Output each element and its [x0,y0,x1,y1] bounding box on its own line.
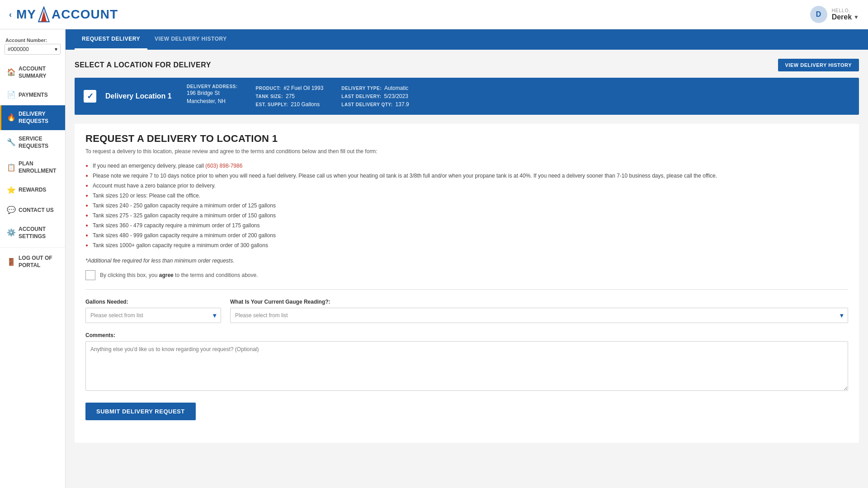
location-checkbox: ✓ [84,90,96,103]
sidebar-nav: 🏠 ACCOUNT SUMMARY 📄 PAYMENTS 🔥 DELIVERY … [0,60,65,275]
main-content: REQUEST DELIVERY VIEW DELIVERY HISTORY S… [66,29,868,488]
gauge-chevron-icon: ▾ [840,312,843,319]
header-left: ‹ MY ACCOUNT [9,6,118,23]
header-right: D HELLO, Derek ▼ [810,6,859,23]
tank-size-label: TANK SIZE: [256,94,283,99]
gauge-select[interactable]: Please select from list ▾ [230,308,848,323]
account-number-select[interactable]: #000000 ▾ [5,44,61,55]
select-location-title: SELECT A LOCATION FOR DELIVERY [75,61,211,69]
sidebar-item-payments[interactable]: 📄 PAYMENTS [0,85,65,105]
terms-item-360: Tank sizes 360 - 479 capacity require a … [85,221,848,230]
chevron-down-icon: ▼ [854,14,859,20]
gauge-label: What Is Your Current Gauge Reading?: [230,299,848,305]
comments-group: Comments: [85,332,848,391]
logout-icon: 🚪 [7,258,15,267]
sidebar-item-label: CONTACT US [19,207,54,214]
delivery-icon: 🔥 [7,113,15,122]
request-form-container: REQUEST A DELIVERY TO LOCATION 1 To requ… [75,124,859,443]
gallons-select[interactable]: Please select from list ▾ [85,308,221,323]
sidebar-item-contact-us[interactable]: 💬 CONTACT US [0,200,65,221]
last-delivery-qty-label: LAST DELIVERY QTY: [341,102,392,107]
delivery-address-group: DELIVERY ADDRESS: 196 Bridge St Manchest… [187,84,238,108]
location-name: Delivery Location 1 [105,92,178,100]
tab-view-delivery-history[interactable]: VIEW DELIVERY HISTORY [147,29,234,50]
comments-label: Comments: [85,332,848,338]
delivery-type-label: DELIVERY TYPE: [341,86,382,91]
sidebar-divider [0,247,65,248]
back-button[interactable]: ‹ [9,10,12,19]
sidebar-item-rewards[interactable]: ⭐ REWARDS [0,180,65,201]
sidebar: Account Number: #000000 ▾ 🏠 ACCOUNT SUMM… [0,29,66,488]
agree-text: By clicking this box, you agree to the t… [100,272,258,278]
terms-agree-checkbox[interactable] [85,270,95,280]
delivery-address-value: 196 Bridge St Manchester, NH [187,89,238,105]
product-label: PRODUCT: [256,86,281,91]
product-value: #2 Fuel Oil 1993 [283,84,323,92]
logo-account: ACCOUNT [52,7,118,22]
content-area: SELECT A LOCATION FOR DELIVERY VIEW DELI… [66,50,868,452]
payments-icon: 📄 [7,90,15,100]
sidebar-item-account-settings[interactable]: ⚙️ ACCOUNT SETTINGS [0,221,65,245]
logo-flame-icon [37,6,51,23]
sidebar-item-logout[interactable]: 🚪 LOG OUT OF PORTAL [0,249,65,274]
agree-row: By clicking this box, you agree to the t… [85,270,848,280]
sidebar-item-service-requests[interactable]: 🔧 SERVICE REQUESTS [0,130,65,155]
gallons-group: Gallons Needed: Please select from list … [85,299,221,323]
service-icon: 🔧 [7,138,15,147]
last-delivery-qty-value: 137.9 [396,100,409,108]
submit-delivery-request-button[interactable]: SUBMIT DELIVERY REQUEST [85,403,196,420]
request-form-title: REQUEST A DELIVERY TO LOCATION 1 [85,133,848,145]
user-menu[interactable]: HELLO, Derek ▼ [832,8,859,21]
logo-my: MY [16,7,36,22]
terms-item-480: Tank sizes 480 - 999 gallon capacity req… [85,230,848,240]
sidebar-item-delivery-requests[interactable]: 🔥 DELIVERY REQUESTS [0,105,65,130]
est-supply-value: 210 Gallons [291,100,320,108]
gallons-select-placeholder: Please select from list [90,312,143,319]
last-delivery-label: LAST DELIVERY: [341,94,381,99]
last-delivery-value: 5/23/2023 [384,92,408,100]
rewards-icon: ⭐ [7,186,15,195]
account-number-chevron-icon: ▾ [55,46,57,52]
account-number-label: Account Number: [0,34,65,44]
terms-item-120: Tank sizes 120 or less: Please call the … [85,191,848,201]
user-name-label: Derek ▼ [832,13,859,21]
phone-link[interactable]: (603) 898-7986 [205,163,242,169]
sidebar-item-label: SERVICE REQUESTS [19,136,60,150]
checkmark-icon: ✓ [87,91,94,101]
comments-textarea[interactable] [85,341,848,391]
sidebar-item-label: PAYMENTS [19,92,48,99]
plan-icon: 📋 [7,163,15,173]
location-details: DELIVERY ADDRESS: 196 Bridge St Manchest… [187,84,850,108]
tab-bar: REQUEST DELIVERY VIEW DELIVERY HISTORY [66,29,868,50]
sidebar-item-account-summary[interactable]: 🏠 ACCOUNT SUMMARY [0,60,65,85]
sidebar-item-label: ACCOUNT SUMMARY [19,66,60,80]
sidebar-item-plan-enrollment[interactable]: 📋 PLAN ENROLLMENT [0,155,65,180]
sidebar-item-label: ACCOUNT SETTINGS [19,226,60,240]
gallons-chevron-icon: ▾ [213,312,216,319]
delivery-type-value: Automatic [384,84,408,92]
sidebar-item-label: REWARDS [19,187,46,194]
header: ‹ MY ACCOUNT D HELLO, Derek ▼ [0,0,868,29]
est-supply-label: EST. SUPPLY: [256,102,288,107]
select-location-header: SELECT A LOCATION FOR DELIVERY VIEW DELI… [75,59,859,71]
home-icon: 🏠 [7,68,15,77]
delivery-location-card[interactable]: ✓ Delivery Location 1 DELIVERY ADDRESS: … [75,78,859,115]
terms-item-1000: Tank sizes 1000+ gallon capacity require… [85,240,848,250]
settings-icon: ⚙️ [7,228,15,238]
layout: Account Number: #000000 ▾ 🏠 ACCOUNT SUMM… [0,29,868,488]
view-delivery-history-button[interactable]: VIEW DELIVERY HISTORY [778,59,859,71]
sidebar-item-label: LOG OUT OF PORTAL [19,255,60,269]
sidebar-item-label: DELIVERY REQUESTS [19,111,60,125]
form-divider [85,289,848,290]
product-group: PRODUCT: #2 Fuel Oil 1993 TANK SIZE: 275… [256,84,324,108]
terms-list: If you need an emergency delivery, pleas… [85,161,848,250]
terms-item-240: Tank sizes 240 - 250 gallon capacity req… [85,201,848,211]
terms-item-notice: Please note we require 7 to 10 days noti… [85,171,848,181]
delivery-address-label: DELIVERY ADDRESS: [187,84,238,89]
user-hello-label: HELLO, [832,8,859,13]
gallons-label: Gallons Needed: [85,299,221,305]
form-row-dropdowns: Gallons Needed: Please select from list … [85,299,848,323]
gauge-group: What Is Your Current Gauge Reading?: Ple… [230,299,848,323]
tab-request-delivery[interactable]: REQUEST DELIVERY [75,29,147,50]
account-number-value: #000000 [8,46,29,52]
